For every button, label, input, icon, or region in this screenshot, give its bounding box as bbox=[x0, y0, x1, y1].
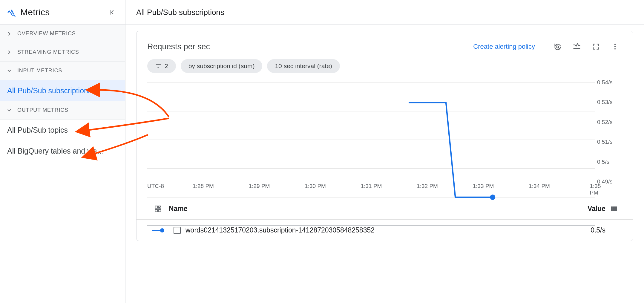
svg-point-8 bbox=[614, 48, 616, 49]
main-top-bar: All Pub/Sub subscriptions bbox=[125, 0, 644, 25]
chevron-right-icon bbox=[7, 31, 14, 36]
sidebar-item-label: All Pub/Sub topics bbox=[7, 126, 68, 134]
x-axis-labels: UTC-81:28 PM1:29 PM1:30 PM1:31 PM1:32 PM… bbox=[147, 183, 595, 194]
sidebar: Metrics OVERVIEW METRICS STREAMING METRI… bbox=[0, 0, 125, 303]
sidebar-item-label: All Pub/Sub subscriptions bbox=[7, 86, 92, 95]
group-label: OVERVIEW METRICS bbox=[17, 30, 76, 37]
svg-point-7 bbox=[614, 46, 616, 47]
svg-line-4 bbox=[558, 48, 559, 49]
legend-series-name: words02141325170203.subscription-1412872… bbox=[185, 226, 558, 234]
chart-card: Requests per sec Create alerting policy bbox=[136, 31, 633, 241]
interval-chip[interactable]: 10 sec interval (rate) bbox=[267, 59, 340, 73]
group-output-metrics[interactable]: OUTPUT METRICS bbox=[0, 101, 125, 120]
y-axis-labels: 0.54/s0.53/s0.52/s0.51/s0.5/s0.49/s bbox=[597, 80, 622, 182]
filter-count: 2 bbox=[165, 62, 168, 70]
legend-series-value: 0.5/s bbox=[558, 226, 605, 234]
groupby-label: by subscription id (sum) bbox=[188, 62, 255, 70]
chevron-down-icon bbox=[7, 68, 14, 74]
groupby-chip[interactable]: by subscription id (sum) bbox=[181, 59, 263, 73]
reset-zoom-button[interactable] bbox=[551, 39, 565, 54]
column-selector-button[interactable] bbox=[605, 205, 622, 212]
sidebar-item-all-pubsub-subscriptions[interactable]: All Pub/Sub subscriptions bbox=[0, 80, 125, 101]
interval-label: 10 sec interval (rate) bbox=[275, 62, 332, 70]
filter-icon bbox=[155, 63, 162, 69]
svg-rect-26 bbox=[615, 206, 617, 211]
toggle-legend-button[interactable] bbox=[570, 39, 584, 54]
card-header: Requests per sec Create alerting policy bbox=[137, 39, 633, 59]
page-title: All Pub/Sub subscriptions bbox=[136, 8, 224, 17]
group-streaming-metrics[interactable]: STREAMING METRICS bbox=[0, 43, 125, 62]
legend-swatch bbox=[147, 228, 169, 232]
create-alerting-policy-link[interactable]: Create alerting policy bbox=[473, 43, 535, 51]
chevron-down-icon bbox=[7, 108, 14, 113]
legend-checkbox[interactable] bbox=[174, 227, 181, 234]
card-container: Requests per sec Create alerting policy bbox=[125, 25, 644, 303]
sidebar-item-all-pubsub-topics[interactable]: All Pub/Sub topics bbox=[0, 120, 125, 140]
fullscreen-button[interactable] bbox=[589, 39, 603, 54]
metrics-explorer-icon bbox=[7, 7, 16, 17]
chart-title: Requests per sec bbox=[147, 42, 473, 51]
group-input-metrics[interactable]: INPUT METRICS bbox=[0, 62, 125, 80]
chart[interactable]: 0.54/s0.53/s0.52/s0.51/s0.5/s0.49/s UTC-… bbox=[147, 80, 622, 194]
group-label: OUTPUT METRICS bbox=[17, 107, 68, 113]
more-options-button[interactable] bbox=[608, 39, 622, 54]
svg-rect-24 bbox=[611, 206, 613, 211]
main: All Pub/Sub subscriptions Requests per s… bbox=[125, 0, 644, 303]
sidebar-title: Metrics bbox=[20, 7, 107, 17]
sidebar-item-all-bigquery-tables[interactable]: All BigQuery tables and vie… bbox=[0, 140, 125, 161]
sidebar-item-label: All BigQuery tables and vie… bbox=[7, 147, 104, 155]
svg-point-19 bbox=[490, 195, 495, 200]
svg-point-6 bbox=[614, 44, 616, 45]
group-label: STREAMING METRICS bbox=[17, 49, 79, 55]
filter-chip[interactable]: 2 bbox=[147, 59, 176, 73]
sidebar-header: Metrics bbox=[0, 0, 125, 25]
collapse-sidebar-button[interactable] bbox=[107, 6, 119, 18]
svg-rect-25 bbox=[613, 206, 615, 211]
group-overview-metrics[interactable]: OVERVIEW METRICS bbox=[0, 25, 125, 43]
group-label: INPUT METRICS bbox=[17, 68, 62, 74]
chevron-right-icon bbox=[7, 50, 14, 55]
chip-bar: 2 by subscription id (sum) 10 sec interv… bbox=[137, 59, 633, 80]
svg-line-1 bbox=[14, 15, 15, 16]
